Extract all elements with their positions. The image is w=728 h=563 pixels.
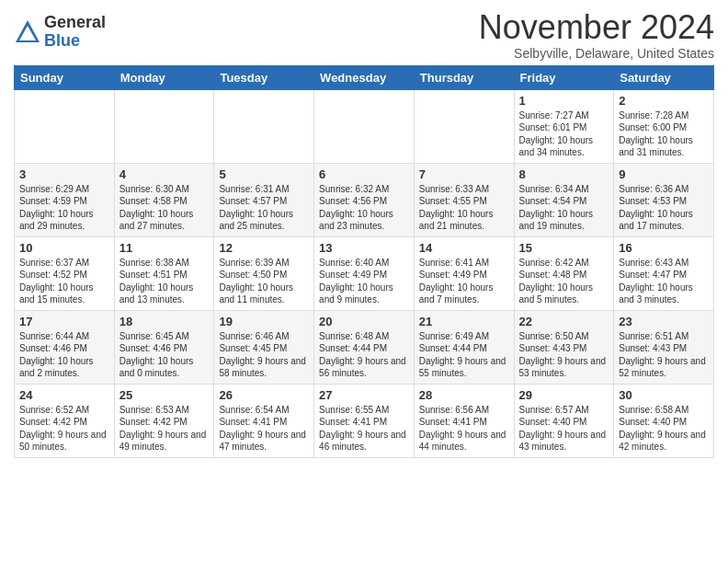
subtitle: Selbyville, Delaware, United States — [479, 46, 714, 61]
day-cell: 4Sunrise: 6:30 AM Sunset: 4:58 PM Daylig… — [114, 163, 214, 236]
day-cell: 29Sunrise: 6:57 AM Sunset: 4:40 PM Dayli… — [514, 384, 614, 457]
logo: General Blue — [14, 14, 106, 51]
day-info: Sunrise: 6:39 AM Sunset: 4:50 PM Dayligh… — [219, 257, 309, 306]
day-number: 3 — [19, 167, 109, 181]
day-info: Sunrise: 6:44 AM Sunset: 4:46 PM Dayligh… — [19, 330, 109, 380]
day-info: Sunrise: 6:32 AM Sunset: 4:56 PM Dayligh… — [319, 183, 409, 233]
week-row-2: 10Sunrise: 6:37 AM Sunset: 4:52 PM Dayli… — [15, 236, 714, 310]
logo-icon — [14, 18, 41, 46]
header-cell-friday: Friday — [514, 65, 614, 89]
header-cell-tuesday: Tuesday — [214, 65, 314, 89]
logo-blue: Blue — [44, 32, 106, 51]
day-number: 20 — [319, 315, 409, 328]
day-number: 11 — [119, 241, 210, 255]
day-info: Sunrise: 6:36 AM Sunset: 4:53 PM Dayligh… — [619, 183, 709, 233]
day-info: Sunrise: 6:42 AM Sunset: 4:48 PM Dayligh… — [519, 257, 609, 306]
day-cell: 24Sunrise: 6:52 AM Sunset: 4:42 PM Dayli… — [15, 384, 115, 457]
title-block: November 2024 Selbyville, Delaware, Unit… — [479, 9, 714, 61]
day-cell — [414, 89, 514, 163]
day-cell — [114, 89, 214, 163]
day-cell: 19Sunrise: 6:46 AM Sunset: 4:45 PM Dayli… — [214, 310, 314, 384]
day-number: 16 — [619, 241, 709, 255]
header-cell-monday: Monday — [114, 65, 214, 89]
day-number: 8 — [519, 167, 609, 181]
day-info: Sunrise: 6:48 AM Sunset: 4:44 PM Dayligh… — [319, 330, 409, 380]
day-number: 17 — [19, 315, 109, 328]
day-info: Sunrise: 6:55 AM Sunset: 4:41 PM Dayligh… — [319, 404, 409, 454]
week-row-3: 17Sunrise: 6:44 AM Sunset: 4:46 PM Dayli… — [15, 310, 714, 384]
day-cell: 12Sunrise: 6:39 AM Sunset: 4:50 PM Dayli… — [214, 236, 314, 310]
logo-general: General — [44, 14, 106, 32]
day-number: 21 — [419, 315, 509, 328]
logo-text: General Blue — [44, 14, 106, 51]
day-number: 27 — [319, 388, 409, 402]
day-info: Sunrise: 6:53 AM Sunset: 4:42 PM Dayligh… — [119, 404, 210, 454]
day-number: 1 — [519, 94, 609, 108]
header-cell-saturday: Saturday — [614, 65, 714, 89]
day-cell: 2Sunrise: 7:28 AM Sunset: 6:00 PM Daylig… — [614, 89, 714, 163]
header-cell-thursday: Thursday — [414, 65, 514, 89]
day-info: Sunrise: 6:50 AM Sunset: 4:43 PM Dayligh… — [519, 330, 609, 380]
day-info: Sunrise: 6:43 AM Sunset: 4:47 PM Dayligh… — [619, 257, 709, 306]
day-info: Sunrise: 6:30 AM Sunset: 4:58 PM Dayligh… — [119, 183, 210, 233]
week-row-4: 24Sunrise: 6:52 AM Sunset: 4:42 PM Dayli… — [15, 384, 714, 457]
day-cell: 22Sunrise: 6:50 AM Sunset: 4:43 PM Dayli… — [514, 310, 614, 384]
day-info: Sunrise: 6:58 AM Sunset: 4:40 PM Dayligh… — [619, 404, 709, 454]
day-cell: 15Sunrise: 6:42 AM Sunset: 4:48 PM Dayli… — [514, 236, 614, 310]
day-info: Sunrise: 6:38 AM Sunset: 4:51 PM Dayligh… — [119, 257, 210, 306]
day-number: 12 — [219, 241, 309, 255]
header-cell-wednesday: Wednesday — [314, 65, 415, 89]
day-number: 22 — [519, 315, 609, 328]
day-info: Sunrise: 6:33 AM Sunset: 4:55 PM Dayligh… — [419, 183, 509, 233]
day-number: 15 — [519, 241, 609, 255]
day-info: Sunrise: 7:28 AM Sunset: 6:00 PM Dayligh… — [619, 109, 709, 159]
day-cell: 11Sunrise: 6:38 AM Sunset: 4:51 PM Dayli… — [114, 236, 214, 310]
day-info: Sunrise: 6:49 AM Sunset: 4:44 PM Dayligh… — [419, 330, 509, 380]
day-cell: 30Sunrise: 6:58 AM Sunset: 4:40 PM Dayli… — [614, 384, 714, 457]
day-cell: 9Sunrise: 6:36 AM Sunset: 4:53 PM Daylig… — [614, 163, 714, 236]
day-number: 13 — [319, 241, 409, 255]
day-info: Sunrise: 6:41 AM Sunset: 4:49 PM Dayligh… — [419, 257, 509, 306]
main-container: General Blue November 2024 Selbyville, D… — [0, 0, 728, 463]
week-row-1: 3Sunrise: 6:29 AM Sunset: 4:59 PM Daylig… — [15, 163, 714, 236]
day-cell: 14Sunrise: 6:41 AM Sunset: 4:49 PM Dayli… — [414, 236, 514, 310]
day-info: Sunrise: 6:45 AM Sunset: 4:46 PM Dayligh… — [119, 330, 210, 380]
day-number: 18 — [119, 315, 210, 328]
day-cell: 28Sunrise: 6:56 AM Sunset: 4:41 PM Dayli… — [414, 384, 514, 457]
day-number: 28 — [419, 388, 509, 402]
calendar-table: SundayMondayTuesdayWednesdayThursdayFrid… — [14, 65, 714, 458]
day-info: Sunrise: 6:57 AM Sunset: 4:40 PM Dayligh… — [519, 404, 609, 454]
day-info: Sunrise: 6:34 AM Sunset: 4:54 PM Dayligh… — [519, 183, 609, 233]
day-number: 30 — [619, 388, 709, 402]
day-number: 26 — [219, 388, 309, 402]
day-number: 23 — [619, 315, 709, 328]
day-number: 4 — [119, 167, 210, 181]
day-info: Sunrise: 6:46 AM Sunset: 4:45 PM Dayligh… — [219, 330, 309, 380]
day-info: Sunrise: 6:40 AM Sunset: 4:49 PM Dayligh… — [319, 257, 409, 306]
week-row-0: 1Sunrise: 7:27 AM Sunset: 6:01 PM Daylig… — [15, 89, 714, 163]
day-cell: 21Sunrise: 6:49 AM Sunset: 4:44 PM Dayli… — [414, 310, 514, 384]
day-cell: 17Sunrise: 6:44 AM Sunset: 4:46 PM Dayli… — [15, 310, 115, 384]
day-cell — [314, 89, 415, 163]
day-info: Sunrise: 7:27 AM Sunset: 6:01 PM Dayligh… — [519, 109, 609, 159]
day-number: 6 — [319, 167, 409, 181]
day-cell — [214, 89, 314, 163]
day-number: 10 — [19, 241, 109, 255]
day-number: 29 — [519, 388, 609, 402]
day-info: Sunrise: 6:31 AM Sunset: 4:57 PM Dayligh… — [219, 183, 309, 233]
day-cell: 8Sunrise: 6:34 AM Sunset: 4:54 PM Daylig… — [514, 163, 614, 236]
day-info: Sunrise: 6:51 AM Sunset: 4:43 PM Dayligh… — [619, 330, 709, 380]
day-number: 24 — [19, 388, 109, 402]
day-cell: 7Sunrise: 6:33 AM Sunset: 4:55 PM Daylig… — [414, 163, 514, 236]
calendar-body: 1Sunrise: 7:27 AM Sunset: 6:01 PM Daylig… — [15, 89, 714, 457]
day-number: 9 — [619, 167, 709, 181]
day-cell: 23Sunrise: 6:51 AM Sunset: 4:43 PM Dayli… — [614, 310, 714, 384]
day-info: Sunrise: 6:56 AM Sunset: 4:41 PM Dayligh… — [419, 404, 509, 454]
day-info: Sunrise: 6:29 AM Sunset: 4:59 PM Dayligh… — [19, 183, 109, 233]
day-cell: 16Sunrise: 6:43 AM Sunset: 4:47 PM Dayli… — [614, 236, 714, 310]
day-cell: 6Sunrise: 6:32 AM Sunset: 4:56 PM Daylig… — [314, 163, 415, 236]
day-number: 14 — [419, 241, 509, 255]
day-info: Sunrise: 6:37 AM Sunset: 4:52 PM Dayligh… — [19, 257, 109, 306]
day-cell: 20Sunrise: 6:48 AM Sunset: 4:44 PM Dayli… — [314, 310, 415, 384]
day-number: 2 — [619, 94, 709, 108]
